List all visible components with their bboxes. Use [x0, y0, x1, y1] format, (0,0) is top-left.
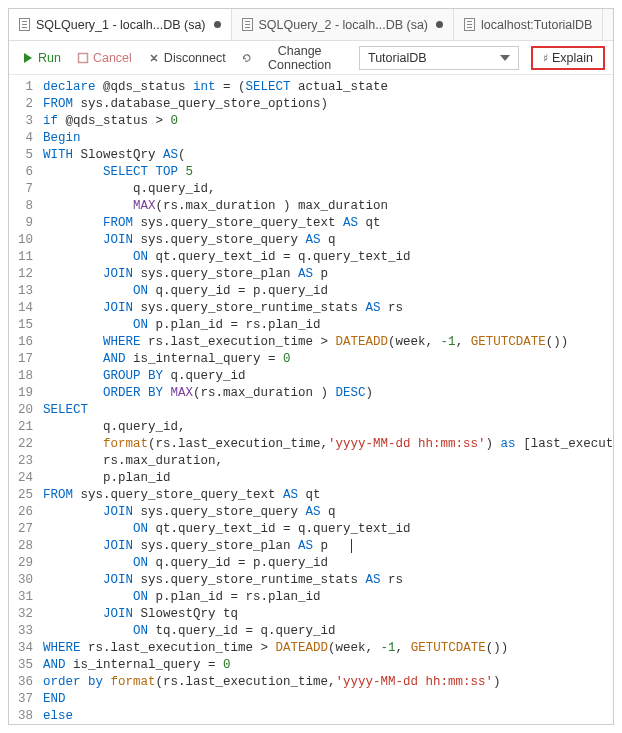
code-line[interactable]: ON q.query_id = p.query_id: [43, 283, 607, 300]
cancel-label: Cancel: [93, 51, 132, 65]
code-line[interactable]: ON q.query_id = p.query_id: [43, 555, 607, 572]
code-line[interactable]: order by format(rs.last_execution_time,'…: [43, 674, 607, 691]
dirty-dot-icon: [214, 21, 221, 28]
code-line[interactable]: JOIN sys.query_store_runtime_stats AS rs: [43, 300, 607, 317]
svg-rect-0: [78, 53, 87, 62]
line-number: 4: [9, 130, 33, 147]
code-line[interactable]: q.query_id,: [43, 419, 607, 436]
chevron-down-icon: [500, 55, 510, 61]
code-line[interactable]: Begin: [43, 130, 607, 147]
line-number: 26: [9, 504, 33, 521]
code-line[interactable]: p.plan_id: [43, 470, 607, 487]
code-line[interactable]: GROUP BY q.query_id: [43, 368, 607, 385]
line-number: 11: [9, 249, 33, 266]
code-line[interactable]: JOIN sys.query_store_plan AS p: [43, 538, 607, 555]
file-icon: [242, 18, 253, 31]
run-button[interactable]: Run: [17, 49, 66, 67]
code-editor[interactable]: 1234567891011121314151617181920212223242…: [9, 75, 613, 724]
line-number: 36: [9, 674, 33, 691]
database-dropdown[interactable]: TutorialDB: [359, 46, 519, 70]
code-line[interactable]: JOIN sys.query_store_query AS q: [43, 504, 607, 521]
plan-icon: [543, 51, 548, 65]
code-line[interactable]: declare @qds_status int = (SELECT actual…: [43, 79, 607, 96]
disconnect-icon: [148, 52, 160, 64]
line-number: 27: [9, 521, 33, 538]
code-line[interactable]: END: [43, 691, 607, 708]
code-line[interactable]: ON p.plan_id = rs.plan_id: [43, 317, 607, 334]
code-line[interactable]: JOIN sys.query_store_runtime_stats AS rs: [43, 572, 607, 589]
stop-icon: [77, 52, 89, 64]
line-gutter: 1234567891011121314151617181920212223242…: [9, 75, 41, 724]
line-number: 37: [9, 691, 33, 708]
code-line[interactable]: JOIN sys.query_store_query AS q: [43, 232, 607, 249]
editor-frame: SQLQuery_1 - localh...DB (sa) SQLQuery_2…: [8, 8, 614, 725]
tab-sqlquery2[interactable]: SQLQuery_2 - localh...DB (sa): [232, 9, 455, 40]
line-number: 14: [9, 300, 33, 317]
code-line[interactable]: FROM sys.query_store_query_text AS qt: [43, 215, 607, 232]
code-line[interactable]: JOIN SlowestQry tq: [43, 606, 607, 623]
code-line[interactable]: WHERE rs.last_execution_time > DATEADD(w…: [43, 334, 607, 351]
line-number: 16: [9, 334, 33, 351]
code-line[interactable]: WITH SlowestQry AS(: [43, 147, 607, 164]
code-line[interactable]: format(rs.last_execution_time,'yyyy-MM-d…: [43, 436, 607, 453]
explain-button[interactable]: Explain: [531, 46, 605, 70]
code-line[interactable]: JOIN sys.query_store_plan AS p: [43, 266, 607, 283]
code-line[interactable]: FROM sys.query_store_query_text AS qt: [43, 487, 607, 504]
code-line[interactable]: SELECT: [43, 402, 607, 419]
line-number: 9: [9, 215, 33, 232]
line-number: 12: [9, 266, 33, 283]
disconnect-button[interactable]: Disconnect: [143, 49, 231, 67]
code-line[interactable]: FROM sys.database_query_store_options): [43, 96, 607, 113]
code-line[interactable]: ON p.plan_id = rs.plan_id: [43, 589, 607, 606]
tab-tutorialdb[interactable]: localhost:TutorialDB: [454, 9, 603, 40]
line-number: 20: [9, 402, 33, 419]
line-number: 22: [9, 436, 33, 453]
code-line[interactable]: ON tq.query_id = q.query_id: [43, 623, 607, 640]
code-line[interactable]: else: [43, 708, 607, 724]
code-line[interactable]: if @qds_status > 0: [43, 113, 607, 130]
change-conn-label: Change Connection: [255, 44, 344, 72]
code-line[interactable]: ORDER BY MAX(rs.max_duration ) DESC): [43, 385, 607, 402]
cancel-button[interactable]: Cancel: [72, 49, 137, 67]
line-number: 30: [9, 572, 33, 589]
code-content[interactable]: declare @qds_status int = (SELECT actual…: [41, 75, 613, 724]
code-line[interactable]: AND is_internal_query = 0: [43, 657, 607, 674]
line-number: 32: [9, 606, 33, 623]
line-number: 31: [9, 589, 33, 606]
line-number: 24: [9, 470, 33, 487]
line-number: 13: [9, 283, 33, 300]
line-number: 15: [9, 317, 33, 334]
explain-label: Explain: [552, 51, 593, 65]
play-icon: [22, 52, 34, 64]
tab-label: SQLQuery_1 - localh...DB (sa): [36, 18, 206, 32]
tab-sqlquery1[interactable]: SQLQuery_1 - localh...DB (sa): [9, 9, 232, 40]
line-number: 1: [9, 79, 33, 96]
code-line[interactable]: ON qt.query_text_id = q.query_text_id: [43, 521, 607, 538]
change-connection-button[interactable]: Change Connection: [237, 42, 349, 74]
tab-bar: SQLQuery_1 - localh...DB (sa) SQLQuery_2…: [9, 9, 613, 41]
line-number: 17: [9, 351, 33, 368]
code-line[interactable]: AND is_internal_query = 0: [43, 351, 607, 368]
toolbar: Run Cancel Disconnect Change Connection …: [9, 41, 613, 75]
line-number: 25: [9, 487, 33, 504]
code-line[interactable]: SELECT TOP 5: [43, 164, 607, 181]
line-number: 38: [9, 708, 33, 724]
line-number: 34: [9, 640, 33, 657]
line-number: 35: [9, 657, 33, 674]
file-icon: [464, 18, 475, 31]
database-selected: TutorialDB: [368, 51, 427, 65]
line-number: 33: [9, 623, 33, 640]
line-number: 21: [9, 419, 33, 436]
code-line[interactable]: q.query_id,: [43, 181, 607, 198]
refresh-icon: [242, 52, 252, 64]
line-number: 3: [9, 113, 33, 130]
line-number: 29: [9, 555, 33, 572]
code-line[interactable]: rs.max_duration,: [43, 453, 607, 470]
line-number: 19: [9, 385, 33, 402]
line-number: 5: [9, 147, 33, 164]
line-number: 6: [9, 164, 33, 181]
code-line[interactable]: ON qt.query_text_id = q.query_text_id: [43, 249, 607, 266]
line-number: 23: [9, 453, 33, 470]
code-line[interactable]: WHERE rs.last_execution_time > DATEADD(w…: [43, 640, 607, 657]
code-line[interactable]: MAX(rs.max_duration ) max_duration: [43, 198, 607, 215]
